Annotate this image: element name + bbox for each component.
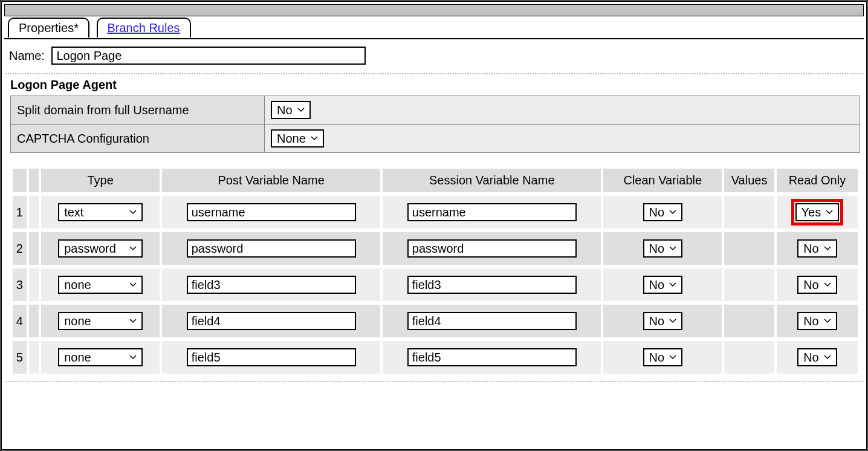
table-row: 2passwordNoNo — [13, 232, 858, 265]
split-domain-select[interactable]: No — [271, 101, 311, 119]
clean-variable-select[interactable]: No — [643, 203, 683, 221]
type-select[interactable]: none — [58, 348, 143, 366]
table-row: 5noneNoNo — [13, 341, 858, 374]
post-variable-input[interactable] — [187, 312, 356, 330]
chevron-down-icon — [824, 319, 831, 323]
type-select[interactable]: password — [58, 239, 143, 258]
select-value: None — [277, 132, 306, 146]
split-domain-label: Split domain from full Username — [11, 96, 265, 125]
values-cell — [724, 341, 774, 374]
section-header: Logon Page Agent — [4, 74, 864, 96]
type-select[interactable]: none — [58, 312, 143, 330]
read-only-select[interactable]: No — [797, 312, 837, 330]
select-value: Yes — [802, 206, 821, 219]
name-input[interactable] — [51, 47, 366, 65]
col-spacer — [29, 169, 39, 192]
select-value: password — [64, 242, 116, 256]
col-session: Session Variable Name — [383, 169, 601, 192]
row-spacer — [29, 268, 39, 301]
col-values: Values — [724, 169, 774, 192]
select-value: No — [803, 314, 819, 328]
session-variable-input[interactable] — [407, 203, 577, 221]
chevron-down-icon — [129, 355, 137, 360]
read-only-select[interactable]: Yes — [795, 203, 840, 221]
col-post: Post Variable Name — [162, 169, 380, 192]
chevron-down-icon — [669, 319, 676, 323]
select-value: No — [649, 351, 665, 365]
values-cell — [724, 305, 774, 337]
select-value: No — [803, 242, 819, 256]
read-only-select[interactable]: No — [797, 276, 837, 294]
values-cell — [724, 196, 774, 229]
table-header-row: Type Post Variable Name Session Variable… — [13, 169, 858, 192]
fields-table: Type Post Variable Name Session Variable… — [10, 165, 860, 377]
captcha-config-label: CAPTCHA Configuration — [11, 125, 265, 153]
row-spacer — [29, 305, 39, 337]
row-number: 1 — [13, 196, 27, 229]
chevron-down-icon — [669, 282, 676, 287]
chevron-down-icon — [824, 282, 831, 287]
select-value: No — [803, 278, 819, 292]
chevron-down-icon — [311, 136, 318, 141]
window-toolbar — [4, 4, 864, 16]
type-select[interactable]: none — [58, 276, 143, 294]
separator-bottom — [5, 381, 863, 382]
row-number: 5 — [13, 341, 27, 374]
session-variable-input[interactable] — [407, 276, 577, 294]
tab-strip: Properties* Branch Rules — [4, 16, 864, 39]
select-value: none — [64, 278, 91, 292]
col-clean: Clean Variable — [603, 169, 722, 192]
select-value: No — [803, 351, 819, 365]
chevron-down-icon — [129, 210, 137, 215]
row-spacer — [29, 341, 39, 374]
chevron-down-icon — [824, 355, 831, 360]
table-row: 3noneNoNo — [13, 268, 858, 301]
row-number: 4 — [13, 305, 27, 337]
select-value: none — [64, 351, 91, 365]
tab-label: Properties* — [19, 21, 79, 34]
select-value: No — [277, 103, 293, 117]
select-value: none — [64, 314, 91, 328]
row-number: 2 — [13, 232, 27, 265]
col-readonly: Read Only — [777, 169, 858, 192]
name-label: Name: — [9, 49, 45, 62]
clean-variable-select[interactable]: No — [643, 276, 683, 294]
read-only-select[interactable]: No — [797, 239, 837, 258]
row-spacer — [29, 232, 39, 265]
select-value: No — [649, 314, 665, 328]
post-variable-input[interactable] — [187, 276, 356, 294]
read-only-select[interactable]: No — [797, 348, 837, 366]
values-cell — [724, 268, 774, 301]
table-row: 4noneNoNo — [13, 305, 858, 337]
chevron-down-icon — [129, 246, 137, 251]
session-variable-input[interactable] — [407, 239, 577, 258]
session-variable-input[interactable] — [407, 348, 577, 366]
select-value: No — [649, 242, 665, 256]
chevron-down-icon — [669, 246, 676, 251]
row-spacer — [29, 196, 39, 229]
clean-variable-select[interactable]: No — [643, 239, 683, 258]
name-row: Name: — [4, 39, 864, 73]
col-rownum — [13, 169, 27, 192]
tab-branch-rules[interactable]: Branch Rules — [97, 18, 191, 37]
chevron-down-icon — [826, 210, 833, 215]
chevron-down-icon — [297, 108, 305, 112]
chevron-down-icon — [669, 355, 676, 360]
select-value: text — [64, 206, 83, 219]
chevron-down-icon — [129, 319, 137, 323]
settings-table: Split domain from full Username No CAPTC… — [10, 96, 860, 153]
post-variable-input[interactable] — [187, 203, 356, 221]
type-select[interactable]: text — [58, 203, 143, 221]
tab-link[interactable]: Branch Rules — [108, 21, 180, 34]
captcha-config-select[interactable]: None — [271, 129, 324, 148]
post-variable-input[interactable] — [187, 239, 356, 258]
col-type: Type — [41, 169, 160, 192]
chevron-down-icon — [669, 210, 676, 215]
post-variable-input[interactable] — [187, 348, 356, 366]
clean-variable-select[interactable]: No — [643, 348, 683, 366]
row-number: 3 — [13, 268, 27, 301]
session-variable-input[interactable] — [407, 312, 577, 330]
chevron-down-icon — [129, 282, 137, 287]
tab-properties[interactable]: Properties* — [8, 18, 89, 37]
clean-variable-select[interactable]: No — [643, 312, 683, 330]
